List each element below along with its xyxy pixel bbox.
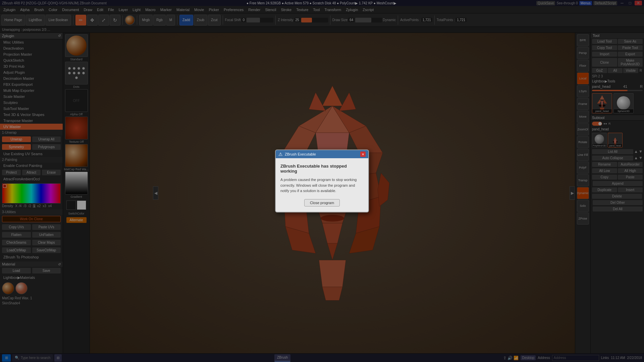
modal-message: A problem caused the program to stop wor… [280, 177, 364, 194]
modal-warning-icon: ⚠ [278, 152, 283, 157]
modal-title-bar: ⚠ ZBrush Executable ✕ [276, 150, 368, 158]
modal-title-text: ZBrush Executable [285, 152, 316, 156]
modal-title-left: ⚠ ZBrush Executable [278, 152, 316, 157]
modal-close-program-btn[interactable]: Close program [304, 199, 340, 206]
modal-footer: Close program [280, 199, 364, 208]
modal-heading: ZBrush Executable has stopped working [280, 164, 364, 174]
modal-close-icon[interactable]: ✕ [360, 152, 366, 157]
modal-overlay: ⚠ ZBrush Executable ✕ ZBrush Executable … [0, 0, 644, 362]
modal-dialog: ⚠ ZBrush Executable ✕ ZBrush Executable … [275, 149, 369, 213]
modal-body: ZBrush Executable has stopped working A … [276, 158, 368, 212]
